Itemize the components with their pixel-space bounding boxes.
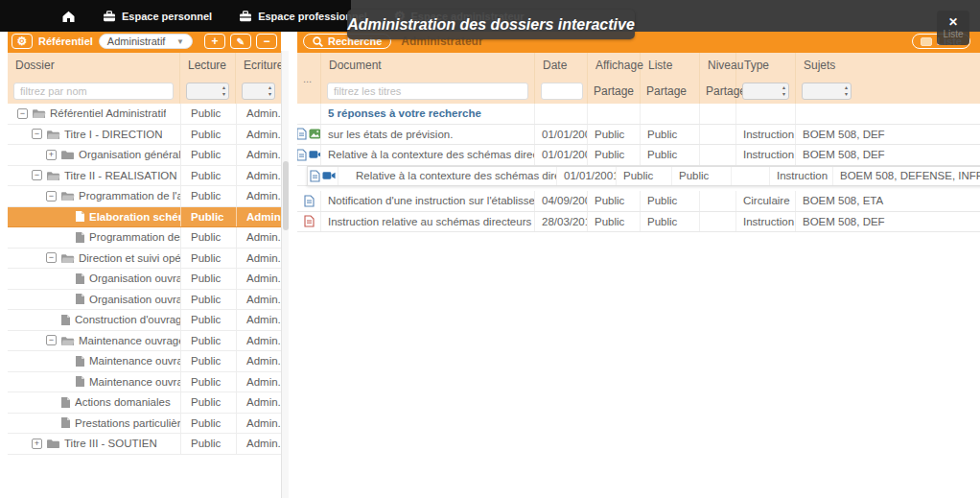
remove-button[interactable]: −	[256, 34, 277, 49]
collapse-icon[interactable]: −	[32, 170, 42, 180]
document-row[interactable]: sur les états de prévision.01/01/2001Pub…	[297, 125, 980, 146]
tree-row-lecture: Public	[180, 249, 236, 269]
col-header-niveau[interactable]: Niveau	[700, 53, 736, 78]
doc-icon	[75, 231, 85, 244]
ecriture-filter-spinner[interactable]	[242, 83, 275, 100]
document-icons-cell	[308, 167, 338, 186]
col-header-type[interactable]: Type	[736, 53, 796, 78]
document-type: Instruction	[736, 145, 796, 165]
file-icon	[304, 195, 315, 207]
tree-row[interactable]: −Référentiel AdministratifPublicAdmin.	[8, 104, 281, 125]
tree-scrollbar[interactable]	[281, 51, 289, 498]
doc-icon	[60, 396, 71, 409]
tree-row[interactable]: Organisation ouvrages non spéPublicAdmin…	[8, 269, 281, 290]
tree-row-label: Actions domaniales	[75, 396, 171, 408]
tree-row[interactable]: Prestations particulièresPublicAdmin.	[8, 414, 281, 435]
document-row[interactable]: Instruction relative au schémas directeu…	[297, 212, 980, 233]
tree-row[interactable]: Actions domanialesPublicAdmin.	[8, 392, 281, 414]
title-filter-input[interactable]	[327, 83, 528, 100]
collapse-icon[interactable]: −	[46, 191, 57, 202]
referentiel-select-value: Administratif	[107, 36, 166, 47]
document-liste: Public	[641, 212, 700, 232]
tree-row[interactable]: Elaboration schémas directeurPublicAdmin…	[8, 207, 281, 228]
referentiel-select[interactable]: Administratif ▼	[99, 34, 193, 49]
doc-icon	[75, 375, 85, 388]
tree-row[interactable]: Maintenance ouvrages et équiPublicAdmin.	[8, 372, 281, 393]
tree-row[interactable]: −Titre II - REALISATIONPublicAdmin.	[8, 166, 281, 187]
col-header-date[interactable]: Date	[535, 53, 588, 78]
tree-row-lecture: Public	[180, 166, 236, 186]
nav-item-espace-personnel[interactable]: Espace personnel	[103, 11, 212, 22]
result-count-text[interactable]: 5 réponses à votre recherche	[321, 104, 535, 124]
tree-row-lecture: Public	[180, 145, 236, 165]
result-count-row: 5 réponses à votre recherche	[297, 104, 980, 125]
tree-row-ecriture: Admin.	[236, 392, 281, 413]
collapse-icon[interactable]: −	[32, 129, 42, 139]
col-header-ecriture[interactable]: Ecriture	[236, 53, 281, 78]
folder-open-icon	[60, 335, 75, 346]
sujets-filter-spinner[interactable]	[802, 83, 852, 100]
edit-button[interactable]: ✎	[230, 34, 251, 49]
document-sujets: BOEM 508, DEF	[796, 212, 980, 232]
tree-row[interactable]: −Titre I - DIRECTIONPublicAdmin.	[8, 125, 281, 146]
tree-row-ecriture: Admin.	[236, 227, 281, 248]
referentiel-label: Référentiel	[38, 36, 93, 47]
briefcase-icon	[239, 11, 252, 22]
tree-row[interactable]: −Maintenance ouvrages et équiperPublicAd…	[8, 331, 281, 352]
documents-filter-row: Partage Partage Partage	[321, 78, 980, 104]
document-row[interactable]: Notification d'une instruction sur l'éta…	[297, 191, 980, 212]
liste-label-behind: Liste	[943, 29, 963, 39]
document-liste: Public	[641, 125, 700, 145]
expand-icon[interactable]: +	[46, 150, 57, 160]
drag-source-row: Relative à la contexture des schémas dir…	[297, 166, 980, 187]
drag-ghost-row[interactable]: Relative à la contexture des schémas dir…	[307, 166, 980, 187]
date-filter-input[interactable]	[541, 83, 583, 100]
document-sujets: BOEM 508, DEF	[796, 145, 980, 165]
collapse-icon[interactable]: −	[17, 108, 28, 119]
tree-name-filter-input[interactable]	[13, 83, 174, 100]
document-icons-cell	[297, 125, 321, 145]
home-button[interactable]	[61, 10, 76, 23]
folder-open-icon	[32, 107, 46, 119]
doc-icon	[75, 293, 85, 305]
document-niveau	[732, 167, 770, 186]
lecture-filter-spinner[interactable]	[186, 83, 229, 100]
pencil-icon: ✎	[237, 36, 245, 48]
close-button[interactable]: ✕ Liste	[937, 11, 969, 45]
col-header-document[interactable]: Document	[321, 53, 535, 78]
document-date: 28/03/2012	[535, 212, 588, 232]
tree-row-label: Référentiel Administratif	[50, 107, 166, 119]
cogs-button[interactable]: ⚙	[12, 34, 33, 49]
col-header-liste[interactable]: Liste	[641, 53, 700, 78]
document-row[interactable]: Relative à la contexture des schémas dir…	[297, 145, 980, 166]
col-header-affichage[interactable]: Affichage	[588, 53, 641, 78]
tree-scrollbar-thumb[interactable]	[283, 161, 289, 230]
type-filter-spinner[interactable]	[742, 83, 789, 100]
tree-header-row: Dossier Lecture Ecriture	[8, 53, 281, 78]
col-header-sujets[interactable]: Sujets	[796, 53, 980, 78]
folder-tree: −Référentiel AdministratifPublicAdmin.−T…	[8, 104, 281, 455]
collapse-icon[interactable]: −	[46, 252, 57, 263]
document-type: Instruction	[736, 125, 796, 145]
tree-row[interactable]: +Organisation généralePublicAdmin.	[8, 145, 281, 166]
tree-row[interactable]: Maintenance ouvrages non spéPublicAdmin.	[8, 351, 281, 372]
document-icons-cell	[297, 145, 321, 165]
col-header-lecture[interactable]: Lecture	[180, 53, 236, 78]
tree-row[interactable]: Organisation ouvrages spécifiqPublicAdmi…	[8, 290, 281, 311]
empty-affichage-cell	[588, 104, 641, 124]
expand-icon[interactable]: +	[32, 439, 42, 449]
tree-row[interactable]: Construction d'ouvragesPublicAdmin.	[8, 310, 281, 331]
collapse-icon[interactable]: −	[46, 335, 57, 345]
add-button[interactable]: +	[204, 34, 225, 49]
tree-row-label: Programmation des opérations	[89, 231, 180, 243]
tree-row[interactable]: −Direction et suivi opérations et traPub…	[8, 249, 281, 270]
document-icons-cell	[297, 212, 321, 232]
tree-row[interactable]: +Titre III - SOUTIENPublicAdmin.	[8, 434, 281, 455]
document-affichage: Public	[588, 145, 641, 165]
document-title: Relative à la contexture des schémas dir…	[338, 167, 557, 186]
tree-row[interactable]: Programmation des opérationsPublicAdmin.	[8, 227, 281, 249]
col-header-dossier[interactable]: Dossier	[8, 53, 180, 78]
document-niveau	[700, 125, 736, 145]
tree-row[interactable]: −Programmation de l'activitéPublicAdmin.	[8, 186, 281, 207]
search-icon	[313, 36, 323, 47]
